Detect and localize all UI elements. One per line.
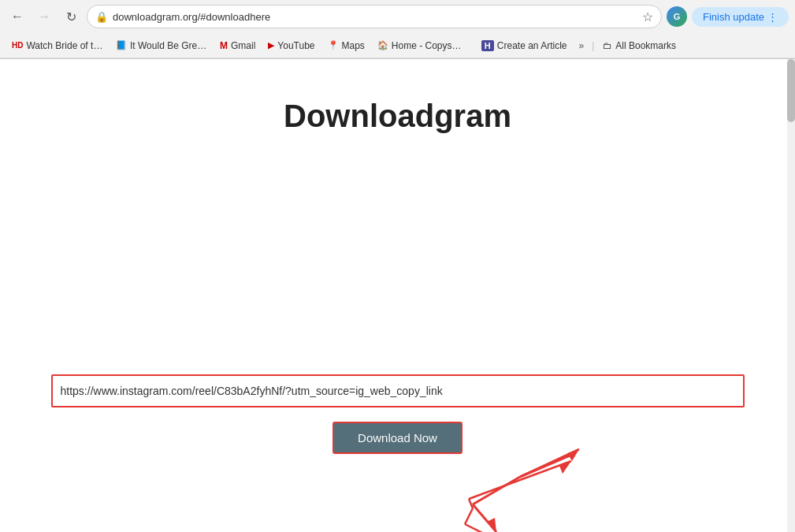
- forward-button[interactable]: →: [33, 6, 55, 28]
- finish-update-label: Finish update: [703, 11, 764, 23]
- bookmark-create-article[interactable]: H Create an Article: [476, 38, 573, 54]
- reload-button[interactable]: ↻: [60, 6, 82, 28]
- bookmark-star-icon[interactable]: ☆: [642, 9, 653, 24]
- bookmark-maps[interactable]: 📍 Maps: [322, 38, 370, 54]
- bookmark-gmail[interactable]: M Gmail: [214, 38, 261, 54]
- scrollbar-thumb[interactable]: [787, 59, 795, 122]
- main-area: Download Now: [0, 134, 795, 532]
- address-bar[interactable]: 🔒 ☆: [87, 5, 662, 28]
- gmail-label: Gmail: [231, 40, 255, 51]
- bookmark-youtube[interactable]: ▶ YouTube: [262, 38, 320, 54]
- it-would-be-label: It Would Be Great if...: [130, 40, 207, 51]
- gmail-icon: M: [220, 40, 228, 51]
- finish-update-button[interactable]: Finish update ⋮: [692, 7, 789, 27]
- page-content: Downloadgram Download Now: [0, 59, 795, 532]
- home-copy-label: Home - Copysmith...: [392, 40, 469, 51]
- bookmarks-separator: |: [592, 40, 594, 51]
- toolbar-right: G Finish update ⋮: [667, 6, 789, 27]
- it-would-be-icon: 📘: [116, 40, 127, 50]
- maps-label: Maps: [342, 40, 365, 51]
- bookmark-home-copy[interactable]: 🏠 Home - Copysmith...: [372, 38, 474, 54]
- scrollbar[interactable]: [787, 59, 795, 532]
- browser-chrome: ← → ↻ 🔒 ☆ G Finish update ⋮ HD Watch Bri…: [0, 0, 795, 59]
- all-bookmarks-label: All Bookmarks: [615, 40, 676, 51]
- create-article-icon: H: [481, 40, 494, 51]
- url-input-wrapper: [51, 374, 745, 407]
- back-button[interactable]: ←: [6, 6, 28, 28]
- lock-icon: 🔒: [95, 11, 108, 23]
- bookmark-it-would-be[interactable]: 📘 It Would Be Great if...: [110, 38, 213, 54]
- url-input[interactable]: [113, 11, 637, 23]
- watch-bride-icon: HD: [12, 41, 23, 50]
- site-title: Downloadgram: [284, 99, 511, 134]
- bookmarks-bar: HD Watch Bride of the... 📘 It Would Be G…: [0, 33, 795, 58]
- watch-bride-label: Watch Bride of the...: [26, 40, 103, 51]
- more-bookmarks-button[interactable]: »: [574, 38, 589, 54]
- top-bar: ← → ↻ 🔒 ☆ G Finish update ⋮: [0, 0, 795, 33]
- all-bookmarks-button[interactable]: 🗀 All Bookmarks: [597, 38, 682, 54]
- folder-icon: 🗀: [603, 40, 612, 51]
- youtube-label: YouTube: [277, 40, 314, 51]
- create-article-label: Create an Article: [497, 40, 567, 51]
- bookmark-watch-bride[interactable]: HD Watch Bride of the...: [6, 38, 109, 54]
- finish-update-more-icon: ⋮: [767, 11, 778, 23]
- instagram-url-input[interactable]: [61, 385, 735, 397]
- download-now-button[interactable]: Download Now: [332, 422, 463, 454]
- home-copy-icon: 🏠: [377, 40, 388, 50]
- youtube-icon: ▶: [268, 40, 274, 50]
- avatar[interactable]: G: [667, 6, 687, 27]
- maps-icon: 📍: [328, 40, 339, 50]
